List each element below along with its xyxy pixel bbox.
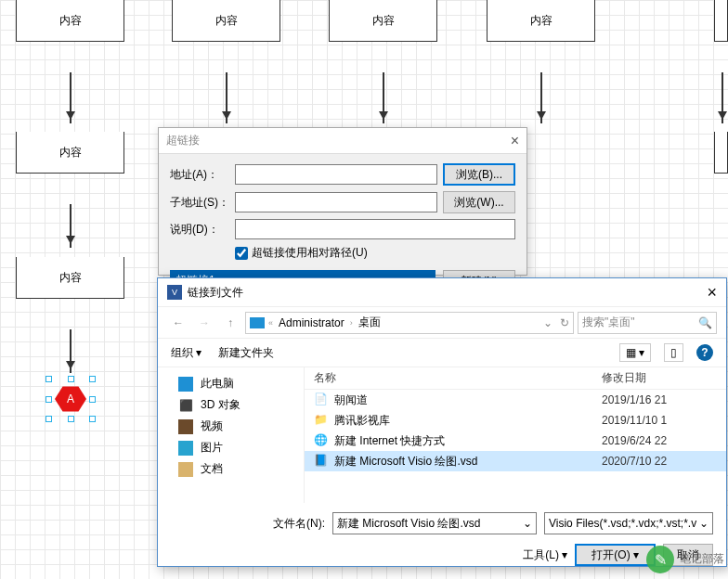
- connector-arrow: [70, 204, 72, 248]
- connector-arrow: [722, 72, 723, 123]
- browse-w-button[interactable]: 浏览(W)...: [443, 191, 515, 213]
- path-segment[interactable]: Administrator: [277, 316, 346, 329]
- cube-icon: ⬛: [178, 398, 193, 413]
- visio-file-icon: 📘: [314, 454, 329, 469]
- filename-combo[interactable]: 新建 Microsoft Visio 绘图.vsd⌄: [332, 512, 537, 534]
- file-list[interactable]: 名称 修改日期 📄朝闻道2019/1/16 21 📁腾讯影视库2019/11/1…: [305, 367, 726, 503]
- pictures-icon: [178, 441, 193, 456]
- sidebar-item-pictures: 图片: [158, 437, 304, 458]
- logo-icon: ✎: [646, 546, 674, 573]
- connector-arrow: [70, 329, 72, 373]
- selection-handle[interactable]: [46, 376, 52, 382]
- forward-icon[interactable]: →: [193, 312, 215, 334]
- file-open-dialog: V 链接到文件 × ← → ↑ « Administrator › 桌面 ⌄ ↻…: [157, 277, 727, 567]
- hyperlink-dialog: 超链接 × 地址(A)： 浏览(B)... 子地址(S)： 浏览(W)... 说…: [158, 127, 527, 276]
- pc-icon: [178, 377, 193, 392]
- documents-icon: [178, 462, 193, 477]
- selection-handle[interactable]: [68, 376, 74, 382]
- selection-handle[interactable]: [89, 396, 96, 403]
- help-icon[interactable]: ?: [696, 344, 713, 361]
- tools-menu[interactable]: 工具(L) ▾: [523, 547, 567, 563]
- dropdown-icon[interactable]: ⌄: [543, 316, 552, 329]
- chevron-icon: ›: [350, 318, 353, 328]
- path-segment[interactable]: 桌面: [357, 315, 383, 330]
- desc-input[interactable]: [235, 219, 515, 239]
- chevron-down-icon: ⌄: [523, 517, 532, 530]
- up-icon[interactable]: ↑: [219, 312, 241, 334]
- file-row[interactable]: 🌐新建 Internet 快捷方式2019/6/24 22: [305, 431, 726, 451]
- selection-handle[interactable]: [46, 416, 52, 422]
- hexagon-shape[interactable]: A: [55, 385, 86, 413]
- dialog-title: 链接到文件: [188, 285, 243, 301]
- connector-arrow: [383, 72, 384, 123]
- file-icon: 📄: [314, 392, 329, 407]
- dialog-title: 超链接: [166, 133, 200, 148]
- close-icon[interactable]: ×: [707, 283, 717, 302]
- address-bar[interactable]: « Administrator › 桌面 ⌄ ↻: [245, 312, 574, 334]
- chevron-icon: «: [268, 318, 273, 328]
- desc-label: 说明(D)：: [170, 222, 229, 238]
- chevron-down-icon: ⌄: [699, 517, 708, 530]
- watermark: ✎ 笔记部落: [646, 546, 724, 573]
- back-icon[interactable]: ←: [167, 312, 189, 334]
- visio-icon: V: [167, 285, 182, 300]
- pc-icon: [250, 317, 265, 328]
- file-row-selected[interactable]: 📘新建 Microsoft Visio 绘图.vsd2020/7/10 22: [305, 451, 726, 471]
- relative-path-checkbox[interactable]: [235, 247, 248, 260]
- sidebar-item-video: 视频: [158, 416, 304, 437]
- filename-label: 文件名(N):: [273, 516, 325, 532]
- video-icon: [178, 419, 193, 434]
- column-date[interactable]: 修改日期: [602, 370, 726, 386]
- search-icon: 🔍: [698, 316, 712, 329]
- close-icon[interactable]: ×: [511, 133, 519, 149]
- dialog-titlebar[interactable]: V 链接到文件 ×: [158, 278, 726, 306]
- shape-body[interactable]: [714, 132, 728, 174]
- file-row[interactable]: 📁腾讯影视库2019/11/10 1: [305, 410, 726, 431]
- connector-arrow: [70, 72, 72, 123]
- search-input[interactable]: 搜索"桌面" 🔍: [578, 312, 717, 334]
- selection-handle[interactable]: [68, 416, 74, 422]
- filter-combo[interactable]: Visio Files(*.vsd;*.vdx;*.vst;*.v⌄: [544, 512, 713, 534]
- subaddress-label: 子地址(S)：: [170, 195, 229, 211]
- preview-icon[interactable]: ▯: [664, 343, 683, 362]
- refresh-icon[interactable]: ↻: [560, 316, 569, 329]
- sidebar-tree[interactable]: 此电脑 ⬛3D 对象 视频 图片 文档: [158, 367, 305, 503]
- address-label: 地址(A)：: [170, 167, 229, 183]
- folder-icon: 📁: [314, 413, 329, 428]
- connector-arrow: [226, 72, 228, 123]
- subaddress-input[interactable]: [235, 192, 437, 212]
- shape-body[interactable]: 内容: [487, 0, 595, 42]
- shape-body[interactable]: 内容: [16, 0, 124, 42]
- shortcut-icon: 🌐: [314, 433, 329, 448]
- file-row[interactable]: 📄朝闻道2019/1/16 21: [305, 390, 726, 410]
- new-folder-button[interactable]: 新建文件夹: [218, 345, 274, 361]
- shape-body[interactable]: 内容: [16, 257, 124, 299]
- view-icon[interactable]: ▦ ▾: [619, 343, 651, 362]
- organize-menu[interactable]: 组织 ▾: [171, 345, 202, 361]
- sidebar-item-3d: ⬛3D 对象: [158, 394, 304, 416]
- selection-handle[interactable]: [89, 376, 96, 382]
- address-input[interactable]: [235, 164, 437, 185]
- shape-body[interactable]: [714, 0, 728, 42]
- shape-body[interactable]: 内容: [16, 132, 124, 174]
- sidebar-item-thispc: 此电脑: [158, 373, 304, 394]
- dialog-titlebar[interactable]: 超链接 ×: [159, 128, 526, 154]
- shape-body[interactable]: 内容: [329, 0, 437, 42]
- sidebar-item-documents: 文档: [158, 458, 304, 480]
- browse-button[interactable]: 浏览(B)...: [443, 163, 515, 186]
- connector-arrow: [540, 72, 542, 123]
- open-button[interactable]: 打开(O) ▾: [575, 544, 656, 566]
- shape-body[interactable]: 内容: [172, 0, 280, 42]
- column-name[interactable]: 名称: [305, 370, 602, 386]
- selection-handle[interactable]: [89, 416, 96, 422]
- relative-path-label: 超链接使用相对路径(U): [252, 245, 368, 261]
- selection-handle[interactable]: [46, 396, 52, 403]
